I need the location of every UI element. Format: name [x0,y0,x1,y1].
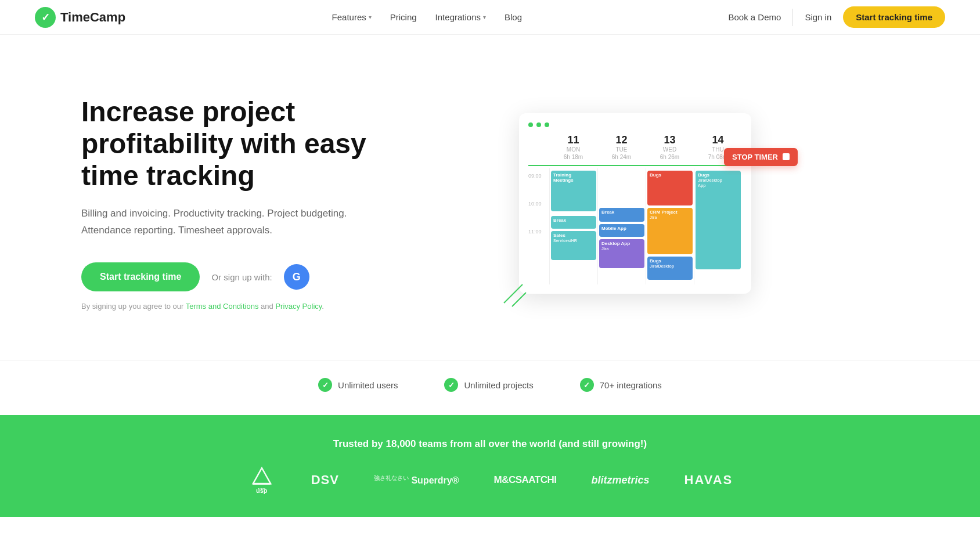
event-mobile-app: Mobile App [599,224,644,237]
calendar-dots [528,122,742,127]
event-bugs-thu: BugsJira/DesktopApp [696,171,741,269]
trusted-title: Trusted by 18,000 teams from all over th… [333,438,647,450]
start-tracking-hero-button[interactable]: Start tracking time [81,262,200,291]
start-tracking-nav-button[interactable]: Start tracking time [843,6,945,28]
chevron-down-icon: ▾ [483,14,486,20]
svg-line-1 [512,293,526,306]
logo-mcsaatchi: M&CSAATCHI [493,474,556,486]
usp-icon: usp [247,466,276,489]
time-column: 09:00 10:00 11:00 [528,168,549,284]
cal-day-12: 12 TUE 6h 24m [597,134,646,160]
logo-icon: ✓ [35,7,56,28]
check-icon-2: ✓ [444,378,458,392]
dot-2 [536,122,541,127]
logo-superdry: 強さ礼なさい Superdry® [374,474,459,486]
event-bugs-wed2: BugsJira/Desktop [647,257,693,280]
hero-section: Increase project profitability with easy… [0,35,980,360]
nav-divider [792,9,793,26]
nav-integrations[interactable]: Integrations ▾ [435,12,486,22]
cal-day-11: 11 MON 6h 18m [549,134,597,160]
features-strip: ✓ Unlimited users ✓ Unlimited projects ✓… [0,360,980,415]
book-demo-link[interactable]: Book a Demo [729,12,781,22]
nav-features[interactable]: Features ▾ [332,12,372,22]
logo-dsv: DSV [311,473,339,488]
trusted-banner: Trusted by 18,000 teams from all over th… [0,415,980,517]
stop-timer-label: STOP TIMER [732,153,778,161]
google-signup-button[interactable]: G [284,264,309,290]
check-icon-3: ✓ [580,378,594,392]
calendar-header: 11 MON 6h 18m 12 TUE 6h 24m 13 WED 6h 26… [528,134,742,166]
navbar-actions: Book a Demo Sign in Start tracking time [729,6,945,28]
nav-pricing[interactable]: Pricing [390,12,417,22]
svg-marker-2 [253,468,271,484]
dot-3 [545,122,549,127]
hero-content: Increase project profitability with easy… [81,96,372,311]
calendar-body: 09:00 10:00 11:00 TrainingMeetings Break… [528,168,742,284]
nav-blog[interactable]: Blog [505,12,522,22]
stop-timer-badge[interactable]: STOP TIMER [724,148,798,166]
cal-day-13: 13 WED 6h 26m [646,134,694,160]
hero-title: Increase project profitability with easy… [81,96,372,192]
svg-line-0 [504,284,523,303]
navbar: ✓ TimeCamp Features ▾ Pricing Integratio… [0,0,980,35]
or-signup-text: Or sign up with: [211,272,272,282]
cal-col-thu: BugsJira/DesktopApp [694,168,742,284]
feature-label-2: Unlimited projects [464,380,533,390]
cal-col-tue: Break Mobile App Desktop AppJira [597,168,646,284]
cal-col-mon: TrainingMeetings Break SalesServices/HR [549,168,597,284]
logo-usp: usp usp [247,466,276,494]
sign-in-link[interactable]: Sign in [805,12,831,22]
event-break-tue: Break [599,208,644,222]
feature-integrations: ✓ 70+ integrations [580,378,662,392]
logo-blitzmetrics: blitzmetrics [591,474,649,486]
logo-text: TimeCamp [60,10,125,25]
hero-illustration: 11 MON 6h 18m 12 TUE 6h 24m 13 WED 6h 26… [372,113,899,294]
feature-label-3: 70+ integrations [600,380,662,390]
hero-cta-row: Start tracking time Or sign up with: G [81,262,372,291]
nav-links: Features ▾ Pricing Integrations ▾ Blog [332,12,522,22]
cal-columns: TrainingMeetings Break SalesServices/HR … [549,168,742,284]
event-crm-project: CRM ProjectJira [647,208,693,254]
privacy-link[interactable]: Privacy Policy [275,302,322,311]
terms-text: By signing up you agree to our Terms and… [81,302,372,311]
logo-havas: HAVAS [684,473,733,488]
event-sales: SalesServices/HR [551,231,596,260]
event-training: TrainingMeetings [551,171,596,211]
feature-unlimited-projects: ✓ Unlimited projects [444,378,533,392]
check-icon-1: ✓ [318,378,332,392]
logo-link[interactable]: ✓ TimeCamp [35,7,125,28]
decorative-lines [499,280,527,308]
chevron-down-icon: ▾ [369,14,372,20]
calendar-container: 11 MON 6h 18m 12 TUE 6h 24m 13 WED 6h 26… [519,113,751,294]
terms-link[interactable]: Terms and Conditions [186,302,259,311]
calendar-widget: 11 MON 6h 18m 12 TUE 6h 24m 13 WED 6h 26… [519,113,751,294]
feature-label-1: Unlimited users [338,380,398,390]
event-desktop-app: Desktop AppJira [599,239,644,268]
event-break-mon: Break [551,216,596,229]
hero-subtitle: Billing and invoicing. Productivity trac… [81,205,372,239]
logos-row: usp usp DSV 強さ礼なさい Superdry® M&CSAATCHI … [247,466,733,494]
event-bugs-wed: Bugs [647,171,693,205]
dot-1 [528,122,533,127]
stop-icon [783,153,790,160]
feature-unlimited-users: ✓ Unlimited users [318,378,398,392]
cal-col-wed: Bugs CRM ProjectJira BugsJira/Desktop [646,168,694,284]
